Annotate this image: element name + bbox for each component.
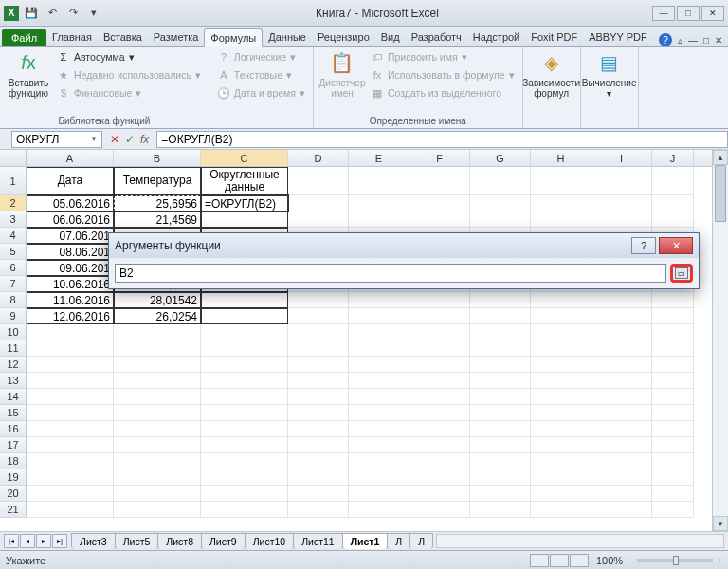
cell[interactable] (470, 167, 531, 195)
ribbon-tab[interactable]: Надстрой (467, 28, 525, 46)
row-header[interactable]: 10 (0, 324, 27, 340)
view-normal-button[interactable] (530, 554, 549, 567)
cell[interactable] (114, 389, 201, 405)
cell[interactable] (531, 373, 592, 389)
ribbon-tab[interactable]: Рецензиро (312, 28, 375, 46)
create-from-selection-button[interactable]: ▦Создать из выделенного (369, 85, 517, 101)
maximize-button[interactable]: □ (677, 6, 700, 21)
column-header[interactable]: D (288, 150, 349, 166)
qat-customize-icon[interactable]: ▾ (85, 5, 102, 22)
cell[interactable] (652, 373, 694, 389)
cell[interactable] (652, 195, 694, 211)
row-header[interactable]: 13 (0, 373, 27, 389)
row-header[interactable]: 5 (0, 244, 27, 260)
cell[interactable] (349, 437, 410, 453)
cell[interactable] (410, 324, 470, 340)
cell[interactable] (652, 437, 694, 453)
cell[interactable] (349, 324, 410, 340)
cell[interactable] (27, 373, 114, 389)
cell[interactable] (531, 469, 592, 486)
row-header[interactable]: 9 (0, 308, 27, 324)
cell[interactable]: 06.06.2016 (27, 211, 114, 228)
cell[interactable] (114, 373, 201, 389)
horizontal-scrollbar[interactable] (436, 534, 724, 548)
cell[interactable] (531, 211, 592, 228)
cell[interactable] (531, 405, 592, 421)
cell[interactable] (410, 167, 470, 195)
ribbon-tab[interactable]: Вставка (98, 28, 148, 46)
cell[interactable] (410, 453, 470, 469)
dialog-expand-button[interactable]: ▭ (670, 264, 693, 283)
row-header[interactable]: 15 (0, 405, 27, 421)
cell[interactable]: 12.06.2016 (27, 308, 114, 324)
ribbon-tab[interactable]: ABBYY PDF (583, 28, 653, 46)
cell[interactable] (27, 453, 114, 469)
sheet-tab[interactable]: Л (410, 533, 433, 549)
sheet-tab[interactable]: Л (387, 533, 410, 549)
ribbon-tab[interactable]: Формулы (204, 28, 263, 47)
sheet-tab[interactable]: Лист1 (342, 533, 389, 549)
cell[interactable]: 26,0254 (114, 308, 201, 324)
cell[interactable] (410, 373, 470, 389)
cell[interactable]: 08.06.201 (27, 244, 114, 260)
cell[interactable] (531, 340, 592, 357)
row-header[interactable]: 11 (0, 340, 27, 357)
row-header[interactable]: 17 (0, 437, 27, 453)
cell[interactable] (592, 292, 652, 308)
cell[interactable] (288, 373, 349, 389)
namebox-dropdown-icon[interactable]: ▼ (90, 135, 98, 143)
name-manager-button[interactable]: 📋 Диспетчер имен (319, 49, 365, 99)
undo-icon[interactable]: ↶ (44, 5, 61, 22)
row-header[interactable]: 14 (0, 389, 27, 405)
row-header[interactable]: 16 (0, 421, 27, 437)
scroll-thumb[interactable] (715, 165, 726, 222)
cell[interactable]: Дата (27, 167, 114, 195)
cell[interactable] (592, 167, 652, 195)
sheet-nav-first-icon[interactable]: |◂ (4, 534, 19, 548)
cell[interactable]: 09.06.201 (27, 260, 114, 276)
minimize-button[interactable]: — (652, 6, 675, 21)
cell[interactable] (592, 340, 652, 357)
column-header[interactable]: G (470, 150, 531, 166)
zoom-slider[interactable] (637, 559, 713, 562)
doc-minimize-icon[interactable]: — (688, 35, 698, 46)
sheet-tab[interactable]: Лист5 (115, 533, 159, 549)
cell[interactable] (652, 324, 694, 340)
ribbon-minimize-icon[interactable]: ▵ (678, 35, 682, 46)
row-header[interactable]: 3 (0, 211, 27, 228)
row-header[interactable]: 6 (0, 260, 27, 276)
row-header[interactable]: 8 (0, 292, 27, 308)
cell[interactable] (27, 437, 114, 453)
cell[interactable] (201, 421, 288, 437)
cell[interactable] (410, 292, 470, 308)
zoom-in-icon[interactable]: + (717, 555, 722, 566)
cell[interactable] (27, 421, 114, 437)
cell[interactable]: 28,01542 (114, 292, 201, 308)
cell[interactable] (349, 195, 410, 211)
cell[interactable] (349, 486, 410, 502)
row-header[interactable]: 19 (0, 469, 27, 486)
column-header[interactable]: H (531, 150, 592, 166)
formula-auditing-button[interactable]: ◈ Зависимости формул (529, 49, 574, 99)
ribbon-tab[interactable]: Foxit PDF (525, 28, 583, 46)
cell[interactable]: 05.06.2016 (27, 195, 114, 211)
cell[interactable] (288, 405, 349, 421)
cell[interactable] (288, 502, 349, 518)
cell[interactable]: 21,4569 (114, 211, 201, 228)
cell[interactable] (531, 486, 592, 502)
text-button[interactable]: AТекстовые ▾ (215, 67, 307, 83)
cell[interactable] (652, 453, 694, 469)
cell[interactable] (114, 502, 201, 518)
cell[interactable] (652, 211, 694, 228)
cell[interactable] (470, 502, 531, 518)
cell[interactable] (114, 437, 201, 453)
cell[interactable] (531, 389, 592, 405)
cell[interactable] (652, 405, 694, 421)
cell[interactable] (410, 211, 470, 228)
cell[interactable] (349, 167, 410, 195)
cell[interactable] (114, 421, 201, 437)
cell[interactable] (349, 357, 410, 373)
column-header[interactable]: A (27, 150, 114, 166)
cell[interactable] (652, 357, 694, 373)
cell[interactable] (470, 453, 531, 469)
